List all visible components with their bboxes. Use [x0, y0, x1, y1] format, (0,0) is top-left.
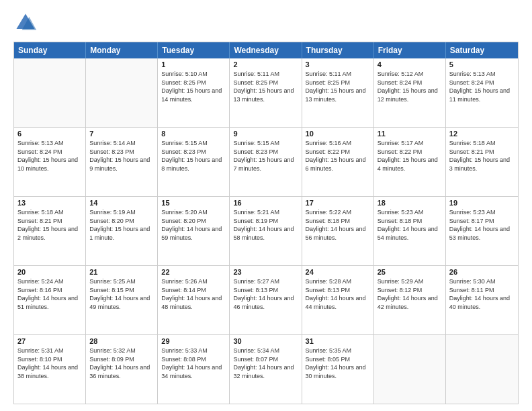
cell-day-number: 14 [89, 199, 154, 207]
calendar-cell: 30Sunrise: 5:34 AMSunset: 8:07 PMDayligh… [230, 335, 302, 404]
cell-day-number: 23 [233, 268, 298, 276]
calendar-cell: 2Sunrise: 5:11 AMSunset: 8:25 PMDaylight… [230, 58, 302, 127]
calendar-cell: 19Sunrise: 5:23 AMSunset: 8:17 PMDayligh… [446, 197, 518, 265]
cell-day-number: 18 [378, 199, 442, 207]
calendar-cell: 29Sunrise: 5:33 AMSunset: 8:08 PMDayligh… [158, 335, 230, 404]
calendar-cell: 23Sunrise: 5:27 AMSunset: 8:13 PMDayligh… [230, 266, 302, 334]
calendar-cell: 27Sunrise: 5:31 AMSunset: 8:10 PMDayligh… [14, 335, 86, 404]
cell-info: Sunrise: 5:24 AMSunset: 8:16 PMDaylight:… [17, 277, 82, 311]
calendar-week-4: 20Sunrise: 5:24 AMSunset: 8:16 PMDayligh… [14, 265, 518, 334]
calendar-body: 1Sunrise: 5:10 AMSunset: 8:25 PMDaylight… [14, 58, 518, 404]
cell-day-number: 15 [161, 199, 226, 207]
calendar-cell [14, 58, 86, 127]
cell-day-number: 2 [233, 60, 298, 68]
calendar-cell: 11Sunrise: 5:17 AMSunset: 8:22 PMDayligh… [374, 128, 446, 196]
cell-day-number: 29 [161, 337, 226, 345]
cell-day-number: 6 [17, 130, 82, 138]
calendar: SundayMondayTuesdayWednesdayThursdayFrid… [13, 42, 519, 404]
day-header-tuesday: Tuesday [158, 42, 230, 58]
calendar-cell: 1Sunrise: 5:10 AMSunset: 8:25 PMDaylight… [158, 58, 230, 127]
calendar-week-1: 1Sunrise: 5:10 AMSunset: 8:25 PMDaylight… [14, 58, 518, 127]
calendar-cell: 18Sunrise: 5:23 AMSunset: 8:18 PMDayligh… [374, 197, 446, 265]
cell-info: Sunrise: 5:23 AMSunset: 8:17 PMDaylight:… [449, 208, 515, 242]
cell-info: Sunrise: 5:12 AMSunset: 8:24 PMDaylight:… [378, 70, 442, 103]
cell-info: Sunrise: 5:25 AMSunset: 8:15 PMDaylight:… [89, 277, 154, 311]
cell-day-number: 30 [233, 337, 298, 345]
calendar-cell: 15Sunrise: 5:20 AMSunset: 8:20 PMDayligh… [158, 197, 230, 265]
cell-day-number: 8 [161, 130, 226, 138]
calendar-cell: 9Sunrise: 5:15 AMSunset: 8:23 PMDaylight… [230, 128, 302, 196]
cell-day-number: 31 [306, 337, 370, 345]
cell-day-number: 22 [161, 268, 226, 276]
cell-info: Sunrise: 5:18 AMSunset: 8:21 PMDaylight:… [449, 139, 515, 173]
calendar-cell: 8Sunrise: 5:15 AMSunset: 8:23 PMDaylight… [158, 128, 230, 196]
cell-day-number: 21 [89, 268, 154, 276]
cell-info: Sunrise: 5:11 AMSunset: 8:25 PMDaylight:… [233, 70, 298, 103]
cell-day-number: 4 [378, 60, 442, 68]
cell-info: Sunrise: 5:16 AMSunset: 8:22 PMDaylight:… [306, 139, 370, 173]
cell-info: Sunrise: 5:13 AMSunset: 8:24 PMDaylight:… [449, 70, 515, 103]
calendar-cell: 31Sunrise: 5:35 AMSunset: 8:05 PMDayligh… [302, 335, 374, 404]
cell-info: Sunrise: 5:31 AMSunset: 8:10 PMDaylight:… [17, 347, 82, 380]
calendar-cell: 17Sunrise: 5:22 AMSunset: 8:18 PMDayligh… [302, 197, 374, 265]
cell-day-number: 9 [233, 130, 298, 138]
cell-info: Sunrise: 5:11 AMSunset: 8:25 PMDaylight:… [306, 70, 370, 103]
day-header-monday: Monday [86, 42, 158, 58]
day-header-saturday: Saturday [446, 42, 518, 58]
calendar-week-2: 6Sunrise: 5:13 AMSunset: 8:24 PMDaylight… [14, 127, 518, 196]
calendar-cell: 20Sunrise: 5:24 AMSunset: 8:16 PMDayligh… [14, 266, 86, 334]
cell-day-number: 28 [89, 337, 154, 345]
calendar-week-3: 13Sunrise: 5:18 AMSunset: 8:21 PMDayligh… [14, 196, 518, 265]
cell-day-number: 26 [449, 268, 515, 276]
cell-info: Sunrise: 5:35 AMSunset: 8:05 PMDaylight:… [306, 347, 370, 380]
cell-info: Sunrise: 5:27 AMSunset: 8:13 PMDaylight:… [233, 277, 298, 311]
day-header-wednesday: Wednesday [230, 42, 302, 58]
cell-day-number: 1 [161, 60, 226, 68]
calendar-cell: 12Sunrise: 5:18 AMSunset: 8:21 PMDayligh… [446, 128, 518, 196]
calendar-cell: 28Sunrise: 5:32 AMSunset: 8:09 PMDayligh… [86, 335, 158, 404]
cell-day-number: 12 [449, 130, 515, 138]
calendar-cell: 14Sunrise: 5:19 AMSunset: 8:20 PMDayligh… [86, 197, 158, 265]
calendar-cell: 7Sunrise: 5:14 AMSunset: 8:23 PMDaylight… [86, 128, 158, 196]
calendar-cell: 25Sunrise: 5:29 AMSunset: 8:12 PMDayligh… [374, 266, 446, 334]
cell-info: Sunrise: 5:23 AMSunset: 8:18 PMDaylight:… [378, 208, 442, 242]
cell-info: Sunrise: 5:14 AMSunset: 8:23 PMDaylight:… [89, 139, 154, 173]
cell-day-number: 13 [17, 199, 82, 207]
calendar-cell: 22Sunrise: 5:26 AMSunset: 8:14 PMDayligh… [158, 266, 230, 334]
cell-day-number: 3 [306, 60, 370, 68]
calendar-header: SundayMondayTuesdayWednesdayThursdayFrid… [14, 42, 518, 58]
calendar-cell: 3Sunrise: 5:11 AMSunset: 8:25 PMDaylight… [302, 58, 374, 127]
cell-day-number: 19 [449, 199, 515, 207]
cell-day-number: 25 [378, 268, 442, 276]
calendar-cell [374, 335, 446, 404]
cell-info: Sunrise: 5:21 AMSunset: 8:19 PMDaylight:… [233, 208, 298, 242]
cell-info: Sunrise: 5:30 AMSunset: 8:11 PMDaylight:… [449, 277, 515, 311]
cell-day-number: 5 [449, 60, 515, 68]
calendar-cell: 24Sunrise: 5:28 AMSunset: 8:13 PMDayligh… [302, 266, 374, 334]
header [13, 11, 519, 35]
calendar-cell [446, 335, 518, 404]
calendar-cell: 16Sunrise: 5:21 AMSunset: 8:19 PMDayligh… [230, 197, 302, 265]
calendar-cell: 26Sunrise: 5:30 AMSunset: 8:11 PMDayligh… [446, 266, 518, 334]
calendar-cell: 13Sunrise: 5:18 AMSunset: 8:21 PMDayligh… [14, 197, 86, 265]
cell-day-number: 11 [378, 130, 442, 138]
day-header-thursday: Thursday [302, 42, 374, 58]
page: SundayMondayTuesdayWednesdayThursdayFrid… [0, 0, 532, 411]
cell-day-number: 16 [233, 199, 298, 207]
day-header-sunday: Sunday [14, 42, 86, 58]
day-header-friday: Friday [374, 42, 446, 58]
calendar-week-5: 27Sunrise: 5:31 AMSunset: 8:10 PMDayligh… [14, 334, 518, 404]
calendar-cell [86, 58, 158, 127]
cell-info: Sunrise: 5:10 AMSunset: 8:25 PMDaylight:… [161, 70, 226, 103]
cell-info: Sunrise: 5:33 AMSunset: 8:08 PMDaylight:… [161, 347, 226, 380]
cell-info: Sunrise: 5:15 AMSunset: 8:23 PMDaylight:… [161, 139, 226, 173]
cell-info: Sunrise: 5:18 AMSunset: 8:21 PMDaylight:… [17, 208, 82, 242]
cell-info: Sunrise: 5:28 AMSunset: 8:13 PMDaylight:… [306, 277, 370, 311]
cell-info: Sunrise: 5:13 AMSunset: 8:24 PMDaylight:… [17, 139, 82, 173]
cell-info: Sunrise: 5:32 AMSunset: 8:09 PMDaylight:… [89, 347, 154, 380]
cell-info: Sunrise: 5:20 AMSunset: 8:20 PMDaylight:… [161, 208, 226, 242]
calendar-cell: 5Sunrise: 5:13 AMSunset: 8:24 PMDaylight… [446, 58, 518, 127]
cell-info: Sunrise: 5:19 AMSunset: 8:20 PMDaylight:… [89, 208, 154, 242]
cell-day-number: 24 [306, 268, 370, 276]
calendar-cell: 6Sunrise: 5:13 AMSunset: 8:24 PMDaylight… [14, 128, 86, 196]
